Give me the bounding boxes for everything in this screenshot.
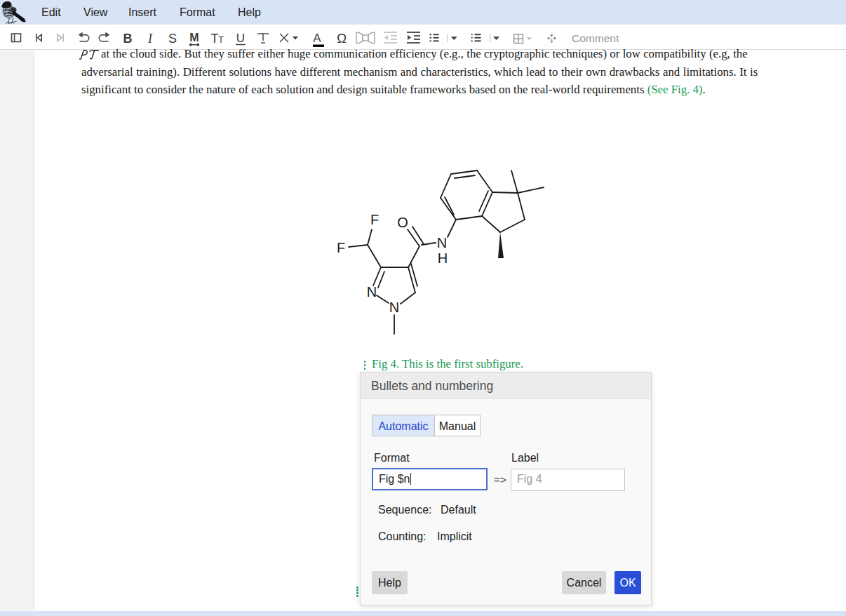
svg-text:T: T [218,34,224,45]
svg-text:T: T [211,32,219,46]
svg-text:H: H [438,250,448,266]
svg-text:Comment: Comment [572,32,619,44]
svg-text:S: S [168,32,177,46]
svg-text:N: N [437,235,447,250]
svg-text:I: I [147,32,153,46]
svg-text:A: A [313,32,321,45]
svg-text:U: U [236,32,245,45]
svg-text:F: F [370,212,379,227]
svg-text:O: O [397,215,408,230]
svg-text:F: F [337,240,345,255]
svg-text:Ω: Ω [337,31,347,46]
svg-text:M: M [189,32,199,43]
svg-text:N: N [389,300,399,315]
svg-text:B: B [123,32,133,46]
svg-text:N: N [367,284,377,300]
